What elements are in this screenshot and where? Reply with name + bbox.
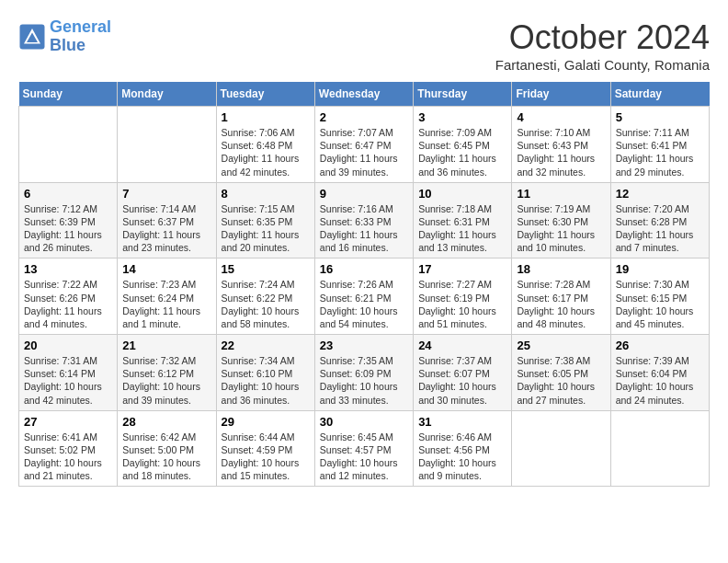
calendar-cell: 10Sunrise: 7:18 AMSunset: 6:31 PMDayligh… xyxy=(414,182,512,259)
calendar-cell xyxy=(512,410,610,487)
day-number: 13 xyxy=(24,262,112,276)
day-number: 10 xyxy=(418,187,506,201)
day-number: 29 xyxy=(222,415,310,429)
logo-icon xyxy=(18,23,46,51)
day-number: 16 xyxy=(320,262,408,276)
day-info: Sunrise: 7:22 AMSunset: 6:26 PMDaylight:… xyxy=(24,278,112,330)
day-number: 1 xyxy=(222,110,310,124)
calendar-cell: 6Sunrise: 7:12 AMSunset: 6:39 PMDaylight… xyxy=(19,182,118,259)
calendar-cell: 1Sunrise: 7:06 AMSunset: 6:48 PMDaylight… xyxy=(216,107,314,183)
calendar-week-row: 1Sunrise: 7:06 AMSunset: 6:48 PMDaylight… xyxy=(19,107,710,183)
calendar-cell xyxy=(118,107,216,183)
day-number: 31 xyxy=(418,415,506,429)
calendar-week-row: 27Sunrise: 6:41 AMSunset: 5:02 PMDayligh… xyxy=(19,410,710,487)
header-row: SundayMondayTuesdayWednesdayThursdayFrid… xyxy=(19,82,710,107)
day-info: Sunrise: 7:28 AMSunset: 6:17 PMDaylight:… xyxy=(517,278,605,330)
calendar-cell: 2Sunrise: 7:07 AMSunset: 6:47 PMDaylight… xyxy=(314,107,413,183)
day-number: 28 xyxy=(122,415,210,429)
day-number: 4 xyxy=(517,110,605,124)
page-header: General Blue October 2024 Fartanesti, Ga… xyxy=(18,18,710,73)
day-number: 27 xyxy=(24,415,112,429)
day-number: 7 xyxy=(122,187,210,201)
day-info: Sunrise: 7:11 AMSunset: 6:41 PMDaylight:… xyxy=(616,126,704,178)
day-number: 6 xyxy=(24,187,112,201)
calendar-cell: 11Sunrise: 7:19 AMSunset: 6:30 PMDayligh… xyxy=(512,182,610,259)
day-number: 22 xyxy=(222,339,310,352)
day-number: 20 xyxy=(24,339,112,352)
day-number: 9 xyxy=(320,187,408,201)
day-number: 30 xyxy=(320,415,408,429)
calendar-cell: 25Sunrise: 7:38 AMSunset: 6:05 PMDayligh… xyxy=(512,335,610,411)
day-info: Sunrise: 7:10 AMSunset: 6:43 PMDaylight:… xyxy=(517,126,605,178)
day-number: 23 xyxy=(320,339,408,352)
day-info: Sunrise: 6:44 AMSunset: 4:59 PMDaylight:… xyxy=(222,431,310,483)
calendar-cell: 30Sunrise: 6:45 AMSunset: 4:57 PMDayligh… xyxy=(314,410,413,487)
day-number: 21 xyxy=(122,339,210,352)
calendar-cell: 14Sunrise: 7:23 AMSunset: 6:24 PMDayligh… xyxy=(118,259,216,335)
calendar-cell: 7Sunrise: 7:14 AMSunset: 6:37 PMDaylight… xyxy=(118,182,216,259)
day-of-week-header: Friday xyxy=(512,82,610,107)
calendar-cell xyxy=(610,410,709,487)
day-info: Sunrise: 7:18 AMSunset: 6:31 PMDaylight:… xyxy=(418,202,506,255)
day-info: Sunrise: 7:35 AMSunset: 6:09 PMDaylight:… xyxy=(320,354,408,407)
day-of-week-header: Wednesday xyxy=(314,82,413,107)
calendar-cell: 24Sunrise: 7:37 AMSunset: 6:07 PMDayligh… xyxy=(414,335,512,411)
day-number: 11 xyxy=(517,187,605,201)
day-info: Sunrise: 7:38 AMSunset: 6:05 PMDaylight:… xyxy=(517,354,605,407)
calendar-cell: 29Sunrise: 6:44 AMSunset: 4:59 PMDayligh… xyxy=(216,410,314,487)
day-info: Sunrise: 7:16 AMSunset: 6:33 PMDaylight:… xyxy=(320,202,408,255)
day-number: 17 xyxy=(418,262,506,276)
calendar-cell: 20Sunrise: 7:31 AMSunset: 6:14 PMDayligh… xyxy=(19,335,118,411)
logo: General Blue xyxy=(18,18,111,55)
day-info: Sunrise: 7:14 AMSunset: 6:37 PMDaylight:… xyxy=(122,202,210,255)
calendar-cell: 19Sunrise: 7:30 AMSunset: 6:15 PMDayligh… xyxy=(610,259,709,335)
calendar-week-row: 6Sunrise: 7:12 AMSunset: 6:39 PMDaylight… xyxy=(19,182,710,259)
calendar-cell: 9Sunrise: 7:16 AMSunset: 6:33 PMDaylight… xyxy=(314,182,413,259)
day-info: Sunrise: 7:23 AMSunset: 6:24 PMDaylight:… xyxy=(122,278,210,330)
day-of-week-header: Monday xyxy=(118,82,216,107)
day-number: 5 xyxy=(616,110,704,124)
calendar-cell: 21Sunrise: 7:32 AMSunset: 6:12 PMDayligh… xyxy=(118,335,216,411)
day-info: Sunrise: 7:37 AMSunset: 6:07 PMDaylight:… xyxy=(418,354,506,407)
calendar-table: SundayMondayTuesdayWednesdayThursdayFrid… xyxy=(18,82,710,487)
day-number: 24 xyxy=(418,339,506,352)
calendar-cell: 15Sunrise: 7:24 AMSunset: 6:22 PMDayligh… xyxy=(216,259,314,335)
day-number: 3 xyxy=(418,110,506,124)
calendar-cell: 26Sunrise: 7:39 AMSunset: 6:04 PMDayligh… xyxy=(610,335,709,411)
day-info: Sunrise: 7:19 AMSunset: 6:30 PMDaylight:… xyxy=(517,202,605,255)
calendar-cell: 17Sunrise: 7:27 AMSunset: 6:19 PMDayligh… xyxy=(414,259,512,335)
day-info: Sunrise: 7:34 AMSunset: 6:10 PMDaylight:… xyxy=(222,354,310,407)
day-number: 12 xyxy=(616,187,704,201)
logo-text: General Blue xyxy=(50,18,111,55)
day-number: 14 xyxy=(122,262,210,276)
day-number: 26 xyxy=(616,339,704,352)
day-info: Sunrise: 6:42 AMSunset: 5:00 PMDaylight:… xyxy=(122,431,210,483)
day-number: 18 xyxy=(517,262,605,276)
day-info: Sunrise: 6:41 AMSunset: 5:02 PMDaylight:… xyxy=(24,431,112,483)
day-of-week-header: Saturday xyxy=(610,82,709,107)
month-title: October 2024 xyxy=(495,18,710,57)
calendar-cell: 8Sunrise: 7:15 AMSunset: 6:35 PMDaylight… xyxy=(216,182,314,259)
day-number: 8 xyxy=(222,187,310,201)
calendar-cell: 3Sunrise: 7:09 AMSunset: 6:45 PMDaylight… xyxy=(414,107,512,183)
calendar-cell: 22Sunrise: 7:34 AMSunset: 6:10 PMDayligh… xyxy=(216,335,314,411)
day-info: Sunrise: 7:24 AMSunset: 6:22 PMDaylight:… xyxy=(222,278,310,330)
calendar-cell: 18Sunrise: 7:28 AMSunset: 6:17 PMDayligh… xyxy=(512,259,610,335)
day-info: Sunrise: 7:07 AMSunset: 6:47 PMDaylight:… xyxy=(320,126,408,178)
calendar-cell: 31Sunrise: 6:46 AMSunset: 4:56 PMDayligh… xyxy=(414,410,512,487)
day-info: Sunrise: 7:30 AMSunset: 6:15 PMDaylight:… xyxy=(616,278,704,330)
day-info: Sunrise: 7:39 AMSunset: 6:04 PMDaylight:… xyxy=(616,354,704,407)
day-info: Sunrise: 7:32 AMSunset: 6:12 PMDaylight:… xyxy=(122,354,210,407)
day-info: Sunrise: 7:12 AMSunset: 6:39 PMDaylight:… xyxy=(24,202,112,255)
calendar-cell: 5Sunrise: 7:11 AMSunset: 6:41 PMDaylight… xyxy=(610,107,709,183)
day-info: Sunrise: 7:06 AMSunset: 6:48 PMDaylight:… xyxy=(222,126,310,178)
day-of-week-header: Sunday xyxy=(19,82,118,107)
calendar-cell: 27Sunrise: 6:41 AMSunset: 5:02 PMDayligh… xyxy=(19,410,118,487)
calendar-cell: 28Sunrise: 6:42 AMSunset: 5:00 PMDayligh… xyxy=(118,410,216,487)
day-info: Sunrise: 7:26 AMSunset: 6:21 PMDaylight:… xyxy=(320,278,408,330)
day-number: 19 xyxy=(616,262,704,276)
calendar-week-row: 20Sunrise: 7:31 AMSunset: 6:14 PMDayligh… xyxy=(19,335,710,411)
day-number: 15 xyxy=(222,262,310,276)
day-info: Sunrise: 7:15 AMSunset: 6:35 PMDaylight:… xyxy=(222,202,310,255)
day-info: Sunrise: 7:31 AMSunset: 6:14 PMDaylight:… xyxy=(24,354,112,407)
